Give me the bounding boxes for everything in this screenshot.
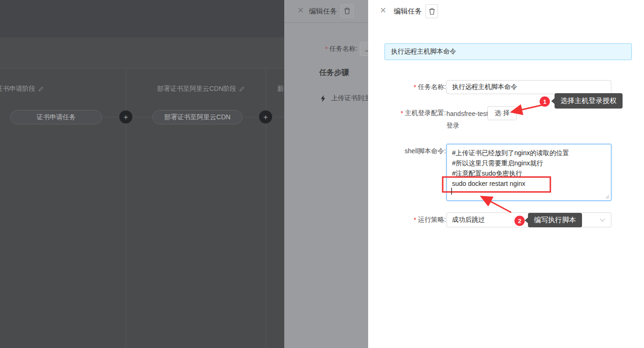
required-star: *	[414, 83, 416, 91]
shell-script-line: #注意配置sudo免密执行	[452, 168, 606, 178]
task-card-label: 部署证书至阿里云CDN	[164, 113, 230, 122]
shell-script-textarea[interactable]: #上传证书已经放到了nginx的读取的位置 #所以这里只需要重启nginx就行 …	[446, 144, 611, 201]
toolbar-bar	[0, 37, 284, 68]
resize-handle[interactable]	[605, 195, 610, 199]
plus-icon: +	[123, 113, 128, 121]
stage-title-text: 新阶段	[277, 85, 284, 93]
edit-pencil-icon[interactable]	[239, 86, 245, 92]
host-login-label: * 主机登录配置:	[368, 106, 446, 120]
task-name-input[interactable]	[446, 80, 611, 94]
selected-option: 成功后跳过	[452, 216, 485, 224]
workflow-canvas: 证书申请阶段 部署证书至阿里云CDN阶段 新阶段 证书申请任务 部署证书至阿里云…	[0, 0, 284, 348]
label-text: 任务名称:	[329, 45, 357, 53]
task-steps-heading: 任务步骤	[319, 68, 349, 78]
drawer-title: 编辑任务	[309, 7, 337, 16]
add-task-button[interactable]: +	[119, 110, 132, 123]
alert-text: 执行远程主机脚本命令	[391, 48, 456, 56]
stage-title-text: 证书申请阶段	[0, 85, 35, 93]
choose-host-button[interactable]: 选 择	[487, 106, 517, 120]
lightning-icon	[321, 95, 326, 102]
run-policy-label: * 运行策略:	[368, 212, 446, 227]
flow-connector	[103, 117, 119, 117]
label-text: 任务名称:	[418, 83, 446, 91]
edit-task-drawer: ✕ 编辑任务 执行远程主机脚本命令 * 任务名称: * 主机登录配置: hand…	[368, 0, 644, 348]
task-card-cert-apply[interactable]: 证书申请任务	[10, 110, 102, 124]
close-icon[interactable]: ✕	[297, 6, 304, 15]
trash-icon	[344, 7, 350, 14]
edit-pencil-icon[interactable]	[38, 86, 44, 92]
task-name-label: * 任务名称:	[368, 80, 446, 94]
annotation-tooltip-1: 选择主机登录授权	[555, 93, 623, 109]
annotation-tooltip-2: 编写执行脚本	[528, 213, 582, 227]
delete-task-button[interactable]	[425, 4, 438, 18]
task-name-input[interactable]: 上	[360, 42, 368, 56]
required-star: *	[401, 109, 403, 117]
task-card-label: 证书申请任务	[37, 113, 76, 122]
task-name-label: * 任务名称:	[284, 42, 357, 56]
drawer-title: 编辑任务	[394, 7, 422, 16]
host-login-value-line2: 登录	[446, 122, 459, 130]
task-step-item[interactable]: 上传证书到主	[321, 94, 368, 102]
app-screen: 证书申请阶段 部署证书至阿里云CDN阶段 新阶段 证书申请任务 部署证书至阿里云…	[0, 0, 644, 348]
required-star: *	[325, 45, 328, 53]
required-star: *	[414, 216, 416, 224]
flow-connector	[272, 117, 284, 117]
stage-title-text: 部署证书至阿里云CDN阶段	[157, 85, 236, 93]
close-icon[interactable]: ✕	[380, 6, 386, 15]
step-label: 上传证书到主	[331, 94, 368, 102]
label-text: 运行策略:	[418, 216, 446, 224]
stage-title-3: 新阶段	[277, 85, 284, 93]
shell-script-line: sudo docker restart nginx	[452, 178, 606, 189]
label-text: 主机登录配置:	[405, 109, 446, 117]
stage-title-1: 证书申请阶段	[0, 85, 44, 93]
add-task-button[interactable]: +	[259, 110, 272, 123]
header-divider	[284, 22, 368, 23]
shell-script-label: shell脚本命令:	[368, 144, 446, 158]
flow-connector	[132, 117, 152, 117]
edit-task-drawer-behind: ✕ 编辑任务 * 任务名称: 上 任务步骤 上传证书到主	[284, 0, 368, 348]
trash-icon	[429, 8, 435, 15]
task-card-deploy-cdn[interactable]: 部署证书至阿里云CDN	[152, 110, 242, 124]
flow-connector	[242, 117, 259, 117]
shell-script-line: #所以这里只需要重启nginx就行	[452, 158, 606, 168]
chevron-down-icon	[600, 218, 605, 222]
plus-icon: +	[263, 113, 268, 121]
label-text: shell脚本命令:	[404, 147, 446, 156]
host-login-value: handsfree-test	[446, 110, 488, 117]
shell-script-line: #上传证书已经放到了nginx的读取的位置	[452, 148, 606, 158]
annotation-badge-2: 2	[514, 216, 525, 226]
task-type-alert: 执行远程主机脚本命令	[384, 43, 632, 60]
annotation-badge-1: 1	[540, 96, 550, 107]
app-top-bar	[0, 0, 284, 37]
stage-title-2: 部署证书至阿里云CDN阶段	[157, 85, 245, 93]
delete-task-button[interactable]	[341, 4, 354, 18]
